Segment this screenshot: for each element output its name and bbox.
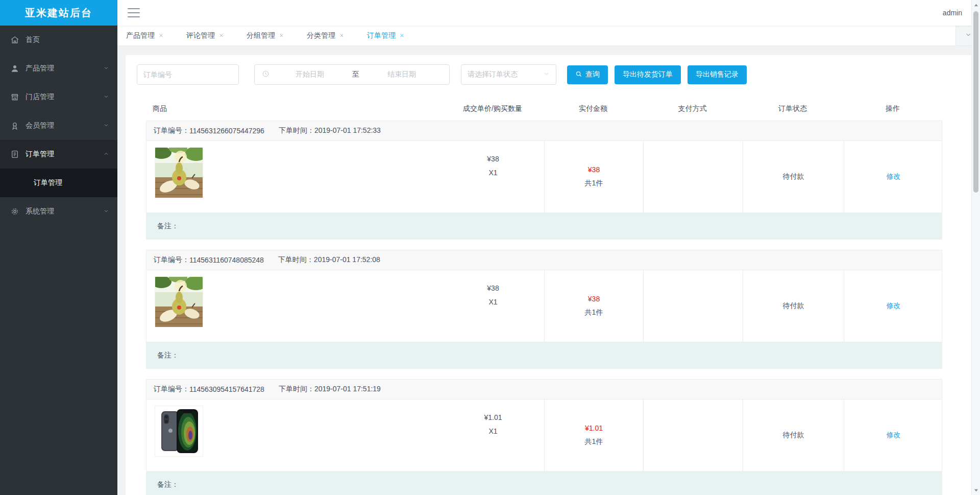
remark-label: 备注： [157,222,179,231]
tab-label: 评论管理 [186,31,215,40]
sidebar-item-products[interactable]: 产品管理 [0,54,117,83]
col-header-pay-method: 支付方式 [643,104,742,113]
modify-link[interactable]: 修改 [887,431,901,440]
sidebar-item-orders[interactable]: 订单管理 [0,140,117,169]
date-range-picker[interactable]: 开始日期 至 结束日期 [254,64,450,85]
home-icon [10,35,19,44]
tab-label: 产品管理 [126,31,155,40]
order-row: ¥38 X1 ¥38 共1件 待付款 [146,270,942,342]
scroll-up-icon[interactable] [972,1,980,9]
order-time-value: 2019-07-01 17:52:33 [314,126,381,134]
pay-method-cell [643,399,743,471]
tab-label: 分组管理 [247,31,275,40]
order-block: 订单编号：1145631160748085248 下单时间：2019-07-01… [146,250,942,369]
tab-categories[interactable]: 分类管理 [307,31,345,40]
quantity: X1 [442,295,544,309]
user-menu[interactable]: admin [943,9,962,17]
quantity: X1 [442,166,544,180]
shop-icon [10,92,19,102]
sidebar-item-members[interactable]: 会员管理 [0,111,117,140]
product-image-iphone [155,406,203,457]
order-row: ¥38 X1 ¥38 共1件 待付款 [146,141,942,213]
close-icon[interactable] [339,32,345,40]
scrollbar-thumb[interactable] [973,11,978,193]
tab-groups[interactable]: 分组管理 [247,31,284,40]
remark-row: 备注： [146,213,942,240]
tab-orders[interactable]: 订单管理 [367,31,405,40]
col-header-action: 操作 [843,104,942,113]
order-status: 待付款 [783,301,804,311]
sidebar-item-label: 首页 [26,35,109,44]
hamburger-icon[interactable] [128,8,140,17]
sidebar-subitem-order-management[interactable]: 订单管理 [0,169,117,197]
export-pending-orders-button[interactable]: 导出待发货订单 [615,65,681,84]
orders-table: 商品 成交单价/购买数量 实付金额 支付方式 订单状态 操作 订单编号：1145… [146,97,942,495]
page-content: 开始日期 至 结束日期 请选择订单状态 查询 [117,46,980,495]
start-date-field[interactable]: 开始日期 [270,70,350,79]
unit-price: ¥38 [442,281,544,295]
tab-products[interactable]: 产品管理 [126,31,164,40]
col-header-unit-price-qty: 成交单价/购买数量 [442,104,544,113]
sidebar-group-orders: 订单管理 订单管理 [0,140,117,197]
order-group-header: 订单编号：1145631160748085248 下单时间：2019-07-01… [146,250,942,270]
sidebar-item-system[interactable]: 系统管理 [0,197,117,226]
date-separator: 至 [350,70,361,79]
vertical-scrollbar[interactable] [971,0,980,495]
tab-label: 分类管理 [307,31,335,40]
modify-link[interactable]: 修改 [887,172,901,181]
order-block: 订单编号：1145630954157641728 下单时间：2019-07-01… [146,379,942,495]
order-group-header: 订单编号：1145630954157641728 下单时间：2019-07-01… [146,379,942,399]
chevron-up-icon [103,150,109,158]
col-header-order-status: 订单状态 [742,104,843,113]
modify-link[interactable]: 修改 [887,301,901,311]
close-icon[interactable] [399,32,405,40]
order-row: ¥1.01 X1 ¥1.01 共1件 待付款 [146,399,942,472]
sidebar-item-label: 会员管理 [26,121,103,130]
order-group-header: 订单编号：1145631266075447296 下单时间：2019-07-01… [146,121,942,141]
sidebar-item-stores[interactable]: 门店管理 [0,83,117,111]
close-icon[interactable] [158,32,164,40]
order-no-label: 订单编号： [154,126,189,135]
order-no-input[interactable] [137,64,239,85]
filter-bar: 开始日期 至 结束日期 请选择订单状态 查询 [137,64,962,85]
product-image-pear [155,147,203,198]
tab-label: 订单管理 [367,31,396,40]
end-date-field[interactable]: 结束日期 [361,70,442,79]
order-block: 订单编号：1145631266075447296 下单时间：2019-07-01… [146,121,942,240]
col-header-product: 商品 [153,104,167,113]
order-icon [10,150,19,159]
order-status-select[interactable]: 请选择订单状态 [461,64,556,85]
chevron-down-icon [543,70,550,79]
main-area: admin 产品管理 评论管理 分组管理 [117,0,980,495]
order-no-value: 1145630954157641728 [189,385,264,393]
paid-amount: ¥38 [588,295,600,303]
tab-comments[interactable]: 评论管理 [186,31,224,40]
sidebar-item-label: 系统管理 [26,207,103,216]
order-no-label: 订单编号： [154,385,189,394]
scroll-down-icon[interactable] [972,486,980,494]
remark-row: 备注： [146,472,942,495]
sidebar-item-label: 产品管理 [26,64,103,73]
product-image-pear [155,276,203,327]
sidebar-item-home[interactable]: 首页 [0,26,117,54]
app-logo: 亚米建站后台 [0,0,117,26]
sidebar: 亚米建站后台 首页 产品管理 门店 [0,0,117,495]
search-button[interactable]: 查询 [567,65,608,84]
search-icon [575,70,582,79]
remark-row: 备注： [146,342,942,369]
export-sales-records-button[interactable]: 导出销售记录 [688,65,747,84]
chevron-down-icon [103,64,109,73]
order-status: 待付款 [783,172,804,181]
sidebar-item-label: 门店管理 [26,92,103,102]
paid-amount: ¥38 [588,166,600,174]
order-no-value: 1145631160748085248 [189,256,264,264]
close-icon[interactable] [279,32,284,40]
sidebar-subitem-label: 订单管理 [34,178,62,187]
close-icon[interactable] [218,32,224,40]
order-status: 待付款 [783,431,804,440]
order-time-value: 2019-07-01 17:52:08 [314,255,380,264]
app-root: 亚米建站后台 首页 产品管理 门店 [0,0,980,495]
order-time-value: 2019-07-01 17:51:19 [314,385,381,393]
order-no-value: 1145631266075447296 [189,127,264,135]
order-no-label: 订单编号： [154,255,189,265]
